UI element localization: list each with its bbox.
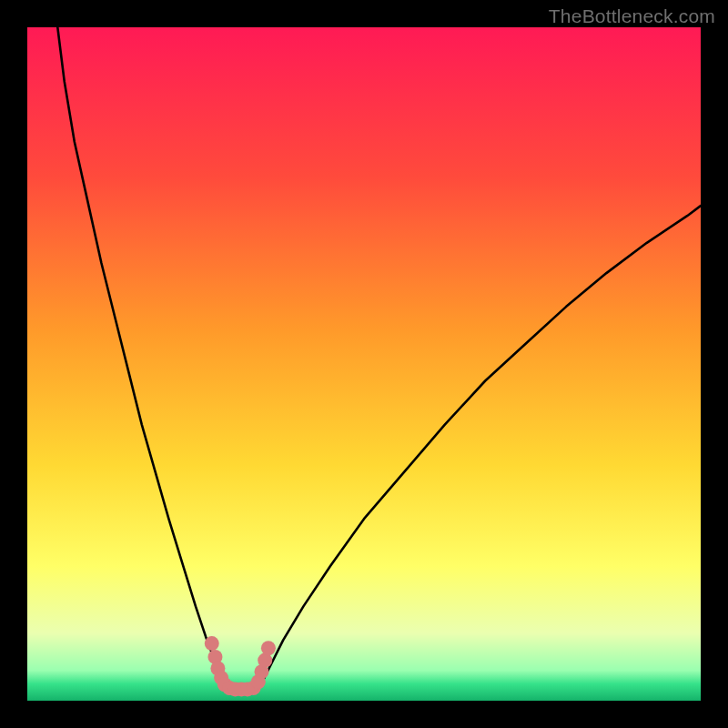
highlight-point	[261, 641, 276, 655]
chart-curves	[27, 27, 701, 701]
highlight-point	[205, 636, 219, 651]
chart-frame: TheBottleneck.com	[0, 0, 728, 728]
plot-area	[27, 27, 701, 701]
series-right-branch	[259, 206, 701, 687]
watermark-text: TheBottleneck.com	[549, 5, 715, 27]
series-left-branch	[57, 27, 226, 687]
